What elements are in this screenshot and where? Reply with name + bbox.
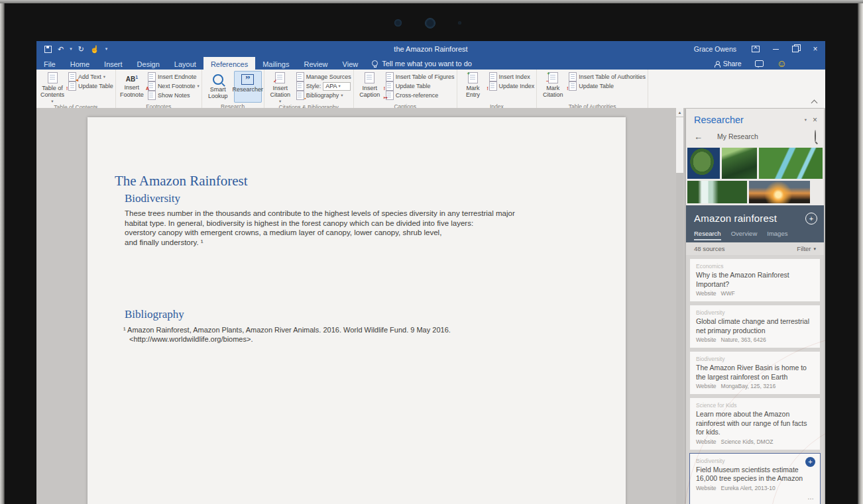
document-heading-biodiversity[interactable]: Biodiversity — [125, 192, 626, 205]
document-heading-title[interactable]: The Amazon Rainforest — [115, 173, 626, 189]
tab-research[interactable]: Research — [694, 230, 721, 240]
add-citation-icon[interactable]: + — [805, 457, 815, 467]
filter-button[interactable]: Filter — [797, 245, 816, 252]
tab-review[interactable]: Review — [297, 57, 335, 70]
bibliography-icon: ▪ — [296, 91, 304, 100]
source-card-selected[interactable]: Biodiversity + Field Museum scientists e… — [690, 454, 820, 504]
chevron-down-icon — [51, 99, 53, 103]
source-card[interactable]: Economics Why is the Amazon Rainforest I… — [690, 259, 820, 301]
tab-images[interactable]: Images — [767, 230, 787, 240]
chevron-down-icon — [103, 74, 105, 79]
tab-overview[interactable]: Overview — [731, 230, 758, 240]
update-index-button[interactable]: ! Update Index — [489, 82, 535, 90]
document-paragraph[interactable]: These trees number in the thousands and … — [125, 209, 626, 247]
mark-entry-button[interactable]: ＋ Mark Entry — [459, 71, 487, 103]
pane-options-icon[interactable] — [805, 117, 807, 123]
source-card[interactable]: Biodiversity The Amazon River Basin is h… — [690, 352, 820, 394]
save-icon[interactable] — [44, 46, 52, 53]
redo-icon[interactable]: ↻ — [78, 46, 84, 53]
body-line: habitat type. In general, biodiversity i… — [125, 219, 626, 228]
update-index-icon: ! — [489, 81, 497, 91]
style-combo-box[interactable]: APA — [323, 82, 351, 91]
chevron-down-icon — [813, 246, 816, 252]
button-label: Insert Table of Authorities — [579, 74, 646, 80]
source-card[interactable]: Science for Kids Learn more about the Am… — [690, 398, 820, 450]
undo-icon[interactable]: ↶ — [58, 46, 64, 53]
card-source-name: MongaBay, 125, 3216 — [721, 383, 776, 389]
body-line: These trees number in the thousands and … — [125, 209, 626, 219]
document-scrollbar[interactable]: ▲ — [676, 108, 683, 504]
update-table-button[interactable]: ! Update Table — [68, 82, 113, 90]
undo-dropdown-icon[interactable]: ▾ — [70, 46, 72, 52]
comments-icon[interactable] — [755, 60, 764, 67]
manage-sources-button[interactable]: Manage Sources — [296, 73, 351, 81]
qat-customize-icon[interactable]: ▾ — [105, 46, 108, 52]
thumb-aerial-rainforest-river[interactable] — [759, 148, 823, 179]
document-heading-bibliography[interactable]: Bibliography — [125, 308, 626, 321]
webcam-led-icon — [458, 21, 461, 25]
researcher-button[interactable]: ” Researcher — [234, 71, 262, 103]
card-title: Field Museum scientists estimate 16,000 … — [696, 466, 814, 483]
next-footnote-button[interactable]: A Next Footnote — [148, 82, 200, 90]
insert-endnote-button[interactable]: Insert Endnote — [148, 73, 200, 81]
tell-me-box[interactable]: Tell me what you want to do — [365, 57, 479, 70]
share-button[interactable]: Share — [715, 60, 742, 68]
ribbon: Table of Contents ◂ Add Text ! Update Ta… — [36, 70, 825, 109]
show-notes-button[interactable]: Show Notes — [148, 91, 200, 99]
minimize-button[interactable] — [766, 41, 785, 57]
insert-footnote-button[interactable]: AB1 Insert Footnote — [118, 71, 146, 103]
ribbon-display-options-button[interactable] — [746, 41, 766, 57]
scrollbar-thumb[interactable] — [676, 117, 683, 173]
card-source: WebsiteScience Kids, DMOZ — [696, 438, 814, 446]
bibliography-button[interactable]: ▪ Bibliography — [296, 91, 351, 99]
tab-file[interactable]: File — [36, 57, 63, 70]
back-arrow-icon[interactable]: ← — [694, 132, 703, 142]
update-table-figures-button[interactable]: ! Update Table — [386, 82, 455, 90]
tab-view[interactable]: View — [335, 57, 366, 70]
thumb-sunset-over-forest[interactable] — [749, 181, 810, 203]
insert-table-of-authorities-button[interactable]: Insert Table of Authorities — [569, 73, 646, 81]
insert-citation-button[interactable]: ✓ Insert Citation — [266, 71, 294, 103]
thumb-rainforest-waterfall[interactable] — [687, 181, 747, 203]
tab-references[interactable]: References — [203, 57, 255, 70]
update-authorities-table-button[interactable]: ! Update Table — [569, 82, 646, 90]
restore-icon — [792, 46, 799, 52]
document-page[interactable]: The Amazon Rainforest Biodiversity These… — [87, 117, 626, 504]
thumb-jungle-canopy-vines[interactable] — [722, 148, 757, 179]
insert-caption-button[interactable]: Insert Caption — [356, 71, 384, 103]
filter-label: Filter — [797, 245, 811, 252]
tab-insert[interactable]: Insert — [97, 57, 130, 70]
more-options-icon[interactable] — [696, 495, 814, 500]
card-title: Learn more about the Amazon rainforest w… — [696, 410, 814, 437]
add-text-button[interactable]: ◂ Add Text — [68, 73, 113, 81]
card-source-type: Website — [696, 438, 717, 445]
insert-index-button[interactable]: Insert Index — [489, 73, 535, 81]
tab-layout[interactable]: Layout — [167, 57, 203, 70]
touch-mode-icon[interactable]: ☝ — [90, 46, 99, 53]
footnote-line: <http://www.worldwildlife.org/biomes>. — [129, 334, 626, 344]
signed-in-user[interactable]: Grace Owens — [685, 45, 746, 53]
source-card[interactable]: Biodiversity Global climate change and t… — [690, 305, 820, 348]
pane-close-icon[interactable]: × — [813, 115, 817, 125]
collapse-ribbon-button[interactable] — [809, 99, 819, 105]
table-of-contents-button[interactable]: Table of Contents — [38, 71, 66, 103]
mark-citation-button[interactable]: ＋− Mark Citation — [539, 71, 567, 103]
feedback-smiley-icon[interactable]: ☺ — [777, 58, 787, 68]
insert-table-of-figures-button[interactable]: Insert Table of Figures — [386, 73, 455, 81]
tab-mailings[interactable]: Mailings — [255, 57, 296, 70]
tab-home[interactable]: Home — [63, 57, 97, 70]
restore-button[interactable] — [785, 41, 805, 57]
smart-lookup-button[interactable]: Smart Lookup — [204, 71, 232, 103]
document-footnote[interactable]: ¹ Amazon Rainforest, Amazon Plants, Amaz… — [123, 325, 626, 344]
insert-endnote-icon — [148, 72, 156, 81]
manage-sources-icon — [296, 72, 304, 81]
thumb-satellite-map-south-america[interactable] — [687, 148, 720, 179]
button-label: Insert Caption — [356, 85, 384, 99]
pane-search-button[interactable] — [815, 130, 816, 142]
close-button[interactable]: × — [805, 41, 825, 57]
add-topic-icon[interactable]: + — [805, 213, 817, 225]
style-selector[interactable]: Style: APA — [296, 82, 351, 90]
cross-reference-button[interactable]: ↦ Cross-reference — [386, 91, 455, 99]
tab-design[interactable]: Design — [130, 57, 167, 70]
scroll-up-button[interactable]: ▲ — [676, 108, 683, 117]
